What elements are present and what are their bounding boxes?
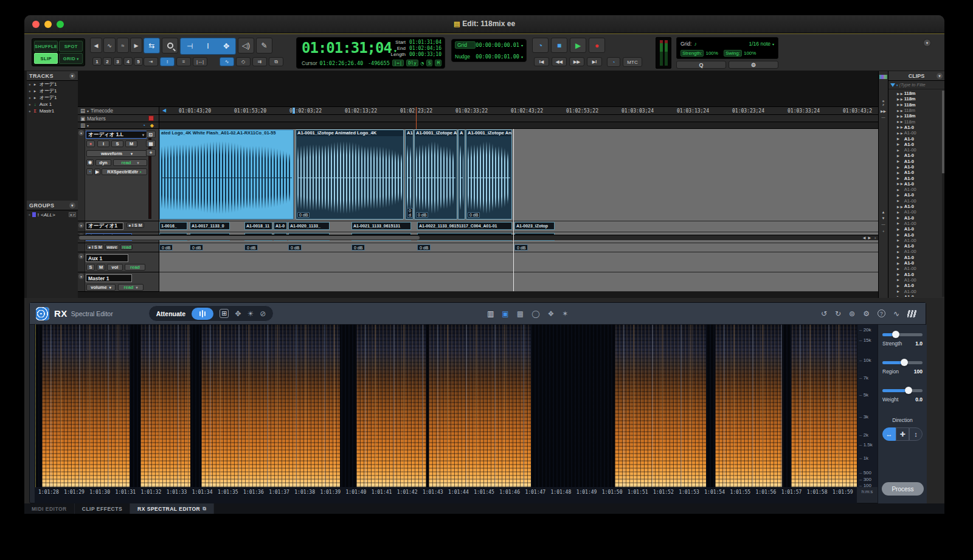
clip-list-item[interactable]: ▶ ▶ A1-00 [888,130,942,136]
clip-child-expand-icon[interactable]: ▶ [901,97,903,101]
spread-mode-icon[interactable]: ✥ [235,309,241,318]
clip-list-item[interactable]: ▶ ▶ A1-0 [888,159,942,164]
tracks-menu-button[interactable]: ▾ [69,73,75,79]
aux-automation-button[interactable]: read [125,264,145,271]
direction-horizontal-button[interactable]: ↔ [882,427,896,441]
chevron-down-icon[interactable]: ▾ [521,43,523,47]
magic-wand-tool[interactable]: ✶ [562,309,568,318]
mirrored-midi-button[interactable]: ⧉ [269,57,283,66]
clip-expand-icon[interactable]: ▶ [897,92,899,95]
clip-list-item[interactable]: ▶ ▶ A1-00 [888,249,942,254]
audio-clip-compact[interactable]: A1-0018_11 [244,222,272,230]
audio-clip-compact[interactable]: A1-0021_1133_0615131 [351,222,411,230]
tab-to-transient-button[interactable]: ⇥ [144,57,158,66]
vertical-scroll-column[interactable]: az ▶▶ — ▲ ▼ — ＋ [878,71,888,298]
clip-expand-icon[interactable]: ▶ [897,97,899,101]
clip-list-item[interactable]: ▶ ▶ A1-0 [888,170,942,175]
clip-list-item[interactable]: ▶ ▶ A1-0 [888,255,942,260]
brush-tool[interactable]: ❖ [547,309,554,318]
clip-expand-icon[interactable]: ▶ [897,137,899,140]
fast-forward-button[interactable]: ▶▶ [569,57,584,66]
track1-lane[interactable]: ated Logo_4K White Flash_A01-02.A1-RX11C… [159,129,878,221]
clip-list-item[interactable]: ▶ ▶ A1-0 [888,181,942,187]
clip-expand-icon[interactable]: ▶ [897,250,899,254]
clip-expand-icon[interactable]: ▶ [897,216,899,220]
groups-menu-button[interactable]: ▾ [69,202,75,209]
clip-list-item[interactable]: ▶ ▶ A1-00 [888,147,942,153]
clip-expand-icon[interactable]: ▶ [897,238,899,242]
clip-list-item[interactable]: ▶ ▶ A1-0 [888,175,942,181]
add-marker-button[interactable] [148,116,154,121]
track-list-item[interactable]: ● Σ Mastr1 [27,108,78,114]
record-button[interactable]: ● [589,38,605,53]
main-counter-value[interactable]: 01:01:31;04▾ [302,40,396,57]
pencil-tool[interactable]: ✎ [256,38,272,54]
online-button[interactable]: ◔ [532,38,549,53]
scroll-up-icon[interactable]: ▲ [879,210,888,214]
slider-knob[interactable] [901,359,908,366]
audio-clip-compact[interactable]: A1-0023_iZotop [514,222,555,230]
track-view-selector[interactable]: waveform▾ [86,150,147,157]
signature-icon[interactable]: ∿ [893,309,899,318]
spot-mode-button[interactable]: SPOT [59,41,83,52]
clip-gain-badge[interactable]: 0 dB [288,244,302,251]
audio-clip-compact[interactable]: 1-0016_ [159,222,187,230]
grid-value-label[interactable]: Grid [455,41,476,49]
shuffle-mode-button[interactable]: SHUFFLE [34,41,58,52]
clip-expand-icon[interactable]: ▶ [897,148,899,152]
grabber-tool[interactable]: ✥ [217,38,235,54]
slider-track[interactable] [882,389,923,392]
clip-list-item[interactable]: ▶ ▶ A1-00 [888,187,942,192]
clip-list-item[interactable]: ▶ ▶ A1-0 [888,142,942,147]
tracklist-menu-icon[interactable]: ▥ [80,122,85,128]
clip-list-item[interactable]: ▶ ▶ A1-0 [888,192,942,198]
chevron-down-icon[interactable]: ▾ [521,55,523,59]
track-solo-button[interactable]: S [111,140,123,147]
clip-list-item[interactable]: ▶ ▶ A1-00 [888,238,942,243]
clip-expand-icon[interactable]: ▶ [897,267,899,271]
mtc-button[interactable]: MTC [623,57,642,67]
clip-expand-icon[interactable]: ▶ [897,205,899,209]
shrink-icon[interactable]: — [879,223,888,226]
zoom-preset-button[interactable]: 3 [113,57,122,66]
clip-child-expand-icon[interactable]: ▶ [901,92,903,95]
zoom-out-button[interactable]: ◀ [90,38,102,53]
timecode-ruler-strip[interactable]: ◀ 01:01:43;2001:01:53;2001:02:03;2201:02… [159,107,878,115]
clip-expand-icon[interactable]: ▶ [897,176,899,180]
grid-value[interactable]: 00:00:00;00.01 [476,42,519,48]
selection-end[interactable]: 01:02:04;16 [409,46,441,52]
deleter-mode-icon[interactable]: ⊘ [260,309,266,318]
clips-list[interactable]: ▶ ▶ 118m ▶ ▶ 118m ▶ ▶ 118m ▶ ▶ 118m [888,91,942,297]
dyn-button[interactable]: dyn [95,159,111,166]
lasso-tool[interactable]: ◯ [532,309,539,318]
audio-clip[interactable]: ated Logo_4K White Flash_A01-02.A1-RX11C… [159,130,294,220]
clip-expand-icon[interactable]: ▶ [897,109,899,112]
group-list-item[interactable]: ◦ ! <ALL> a z [27,210,78,219]
direction-both-button[interactable]: ✚ [896,427,909,441]
attenuate-mode-button[interactable] [192,308,213,320]
bottom-tab[interactable]: MIDI EDITOR [24,503,75,514]
module-label[interactable]: Attenuate [156,310,185,317]
slider-knob[interactable] [905,387,912,394]
track-mute-button[interactable]: M [125,140,137,147]
clip-list-item[interactable]: ▶ ▶ A1-0 [888,232,942,237]
clip-list-item[interactable]: ▶ ▶ 118m [888,102,942,108]
clip-expand-icon[interactable]: ▶ [897,289,899,293]
insert-power-icon[interactable]: ◔ [86,168,93,175]
audio-clip[interactable]: A1-0001_iZotope Animated Logo_4K 0 dB [296,130,404,220]
clip-child-expand-icon[interactable]: ▶ [901,109,903,112]
audio-clip[interactable]: A1-00 0 d [405,130,414,220]
ruler-menu-icon[interactable]: ▤ [80,108,85,114]
slip-mode-button[interactable]: SLIP [34,53,58,64]
slider-track[interactable] [882,361,923,364]
clip-list-item[interactable]: ▶ ▶ A1-00 [888,221,942,226]
insert-rx-spectral[interactable]: RXSpectrlEdtr▪ [102,168,147,175]
direction-vertical-button[interactable]: ↕ [909,427,923,441]
zoomer-tool[interactable] [162,38,178,54]
track-collapse-column[interactable]: ▾ [78,129,85,221]
clip-child-expand-icon[interactable]: ▶ [901,114,903,118]
markers-ruler-strip[interactable] [159,115,878,122]
clip-list-item[interactable]: ▶ ▶ A1-00 [888,209,942,215]
edge-edit-button[interactable]: |↔| [193,57,207,66]
timeline-nav-arrow-icon[interactable]: ◀ [162,108,166,113]
